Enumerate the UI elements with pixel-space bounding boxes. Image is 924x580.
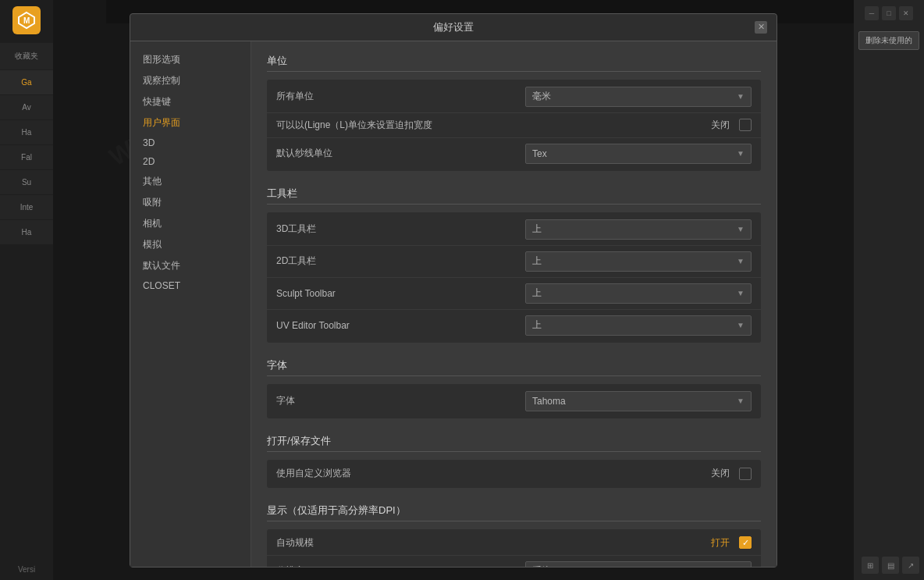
font-section-title: 字体 bbox=[267, 358, 761, 376]
file-section: 打开/保存文件 使用自定义浏览器 关闭 bbox=[267, 434, 761, 488]
default-yarn-dropdown[interactable]: Tex ▼ bbox=[525, 144, 752, 164]
font-row: 字体 Tahoma ▼ bbox=[267, 386, 761, 417]
logo-icon: M bbox=[17, 11, 36, 30]
file-section-title: 打开/保存文件 bbox=[267, 434, 761, 452]
toolbar-3d-label: 3D工具栏 bbox=[276, 222, 525, 236]
tab-av[interactable]: Av bbox=[0, 95, 53, 120]
dialog-body: 图形选项 观察控制 快捷键 用户界面 3D 2D 其他 吸附 相机 模拟 默认文… bbox=[130, 41, 777, 567]
sidebar-item-camera[interactable]: 相机 bbox=[130, 213, 251, 234]
ligne-checkbox[interactable] bbox=[739, 119, 752, 131]
maximize-icon[interactable]: □ bbox=[882, 6, 896, 20]
ligne-units-control: 关闭 bbox=[711, 119, 752, 132]
sidebar-item-ui[interactable]: 用户界面 bbox=[130, 112, 251, 133]
sidebar-item-closet[interactable]: CLOSET bbox=[130, 276, 251, 295]
display-section: 显示（仅适用于高分辨率DPI） 自动规模 打开 bbox=[267, 503, 761, 567]
sculpt-toolbar-value: 上 bbox=[532, 286, 542, 300]
tab-ga[interactable]: Ga bbox=[0, 70, 53, 95]
auto-scale-toggle-label: 打开 bbox=[711, 536, 730, 550]
sidebar-item-other[interactable]: 其他 bbox=[130, 171, 251, 192]
toolbar-3d-control: 上 ▼ bbox=[525, 219, 752, 240]
expand-icon[interactable]: ↗ bbox=[902, 557, 919, 574]
tab-ha[interactable]: Ha bbox=[0, 120, 53, 145]
resolution-control: 系统(100%) ▼ bbox=[525, 561, 752, 567]
toolbar-3d-value: 上 bbox=[532, 222, 542, 236]
preferences-dialog: 偏好设置 ✕ 图形选项 观察控制 快捷键 用户界面 3D 2D 其他 吸附 相机… bbox=[130, 13, 777, 568]
all-units-dropdown[interactable]: 毫米 ▼ bbox=[525, 87, 752, 107]
font-value: Tahoma bbox=[532, 396, 566, 407]
tab-inte[interactable]: Inte bbox=[0, 195, 53, 220]
sidebar-item-shortcuts[interactable]: 快捷键 bbox=[130, 91, 251, 112]
tab-ha2[interactable]: Ha bbox=[0, 220, 53, 245]
dialog-title: 偏好设置 bbox=[152, 20, 755, 34]
tab-collect[interactable]: 收藏夹 bbox=[0, 43, 53, 70]
auto-scale-row: 自动规模 打开 bbox=[267, 531, 761, 556]
units-section: 单位 所有单位 毫米 ▼ bbox=[267, 54, 761, 171]
tab-su[interactable]: Su bbox=[0, 170, 53, 195]
uv-toolbar-row: UV Editor Toolbar 上 ▼ bbox=[267, 310, 761, 341]
sculpt-toolbar-arrow: ▼ bbox=[737, 289, 745, 297]
bottom-panel-icons: ⊞ ▤ ↗ bbox=[862, 557, 919, 574]
toolbar-3d-arrow: ▼ bbox=[737, 225, 745, 233]
close-icon[interactable]: ✕ bbox=[899, 6, 913, 20]
auto-scale-label: 自动规模 bbox=[276, 536, 711, 550]
uv-toolbar-label: UV Editor Toolbar bbox=[276, 320, 525, 331]
ligne-units-label: 可以以(Ligne（L)单位来设置迫扣宽度 bbox=[276, 119, 711, 132]
toolbar-2d-row: 2D工具栏 上 ▼ bbox=[267, 246, 761, 278]
units-section-title: 单位 bbox=[267, 54, 761, 72]
all-units-label: 所有单位 bbox=[276, 90, 525, 103]
default-yarn-control: Tex ▼ bbox=[525, 144, 752, 164]
default-yarn-label: 默认纱线单位 bbox=[276, 147, 525, 160]
toolbar-section-content: 3D工具栏 上 ▼ 2D工具栏 bbox=[267, 212, 761, 343]
toolbar-3d-dropdown[interactable]: 上 ▼ bbox=[525, 219, 752, 240]
font-dropdown[interactable]: Tahoma ▼ bbox=[525, 391, 752, 411]
default-yarn-row: 默认纱线单位 Tex ▼ bbox=[267, 138, 761, 169]
resolution-dropdown[interactable]: 系统(100%) ▼ bbox=[525, 561, 752, 567]
version-label: Versi bbox=[18, 565, 35, 574]
sculpt-toolbar-label: Sculpt Toolbar bbox=[276, 288, 525, 299]
toolbar-2d-dropdown[interactable]: 上 ▼ bbox=[525, 251, 752, 272]
all-units-row: 所有单位 毫米 ▼ bbox=[267, 81, 761, 113]
file-section-content: 使用自定义浏览器 关闭 bbox=[267, 460, 761, 488]
list-icon[interactable]: ▤ bbox=[882, 557, 899, 574]
display-section-title: 显示（仅适用于高分辨率DPI） bbox=[267, 503, 761, 521]
resolution-value: 系统(100%) bbox=[532, 564, 581, 567]
font-label: 字体 bbox=[276, 394, 525, 407]
tab-fal[interactable]: Fal bbox=[0, 145, 53, 170]
resolution-label: 分辨率 bbox=[276, 564, 525, 567]
dialog-titlebar: 偏好设置 ✕ bbox=[130, 14, 777, 41]
auto-scale-checkbox[interactable] bbox=[739, 536, 752, 549]
right-panel-controls: ─ □ ✕ bbox=[865, 6, 913, 20]
all-units-control: 毫米 ▼ bbox=[525, 87, 752, 107]
sidebar-item-viewport[interactable]: 观察控制 bbox=[130, 70, 251, 91]
all-units-arrow: ▼ bbox=[737, 92, 745, 101]
minimize-icon[interactable]: ─ bbox=[865, 6, 879, 20]
svg-text:M: M bbox=[23, 16, 30, 25]
app-background: M General Store 收藏夹 Ga Av Ha Fal Su Inte… bbox=[0, 0, 924, 580]
custom-browser-label: 使用自定义浏览器 bbox=[276, 467, 711, 480]
ligne-units-row: 可以以(Ligne（L)单位来设置迫扣宽度 关闭 bbox=[267, 113, 761, 138]
sculpt-toolbar-row: Sculpt Toolbar 上 ▼ bbox=[267, 278, 761, 310]
sidebar-item-simulate[interactable]: 模拟 bbox=[130, 234, 251, 255]
uv-toolbar-arrow: ▼ bbox=[737, 321, 745, 329]
font-control: Tahoma ▼ bbox=[525, 391, 752, 411]
sidebar-item-3d[interactable]: 3D bbox=[130, 133, 251, 152]
ligne-toggle-label: 关闭 bbox=[711, 119, 730, 132]
sidebar-item-graphics[interactable]: 图形选项 bbox=[130, 49, 251, 70]
version-bar: Versi bbox=[0, 558, 53, 580]
resolution-row: 分辨率 系统(100%) ▼ bbox=[267, 556, 761, 567]
right-panel: ─ □ ✕ 删除未使用的 ⊞ ▤ ↗ bbox=[854, 0, 924, 580]
sidebar-item-default-files[interactable]: 默认文件 bbox=[130, 255, 251, 276]
dialog-overlay: 偏好设置 ✕ 图形选项 观察控制 快捷键 用户界面 3D 2D 其他 吸附 相机… bbox=[53, 0, 854, 580]
all-units-value: 毫米 bbox=[532, 90, 551, 103]
toolbar-section: 工具栏 3D工具栏 上 ▼ bbox=[267, 187, 761, 343]
custom-browser-checkbox[interactable] bbox=[739, 468, 752, 480]
grid-icon[interactable]: ⊞ bbox=[862, 557, 879, 574]
sculpt-toolbar-dropdown[interactable]: 上 ▼ bbox=[525, 283, 752, 304]
sculpt-toolbar-control: 上 ▼ bbox=[525, 283, 752, 304]
delete-unused-button[interactable]: 删除未使用的 bbox=[858, 31, 919, 50]
sidebar-item-2d[interactable]: 2D bbox=[130, 152, 251, 171]
uv-toolbar-dropdown[interactable]: 上 ▼ bbox=[525, 315, 752, 336]
sidebar-item-plugin[interactable]: 吸附 bbox=[130, 192, 251, 213]
toolbar-2d-arrow: ▼ bbox=[737, 257, 745, 265]
dialog-close-button[interactable]: ✕ bbox=[755, 21, 767, 34]
